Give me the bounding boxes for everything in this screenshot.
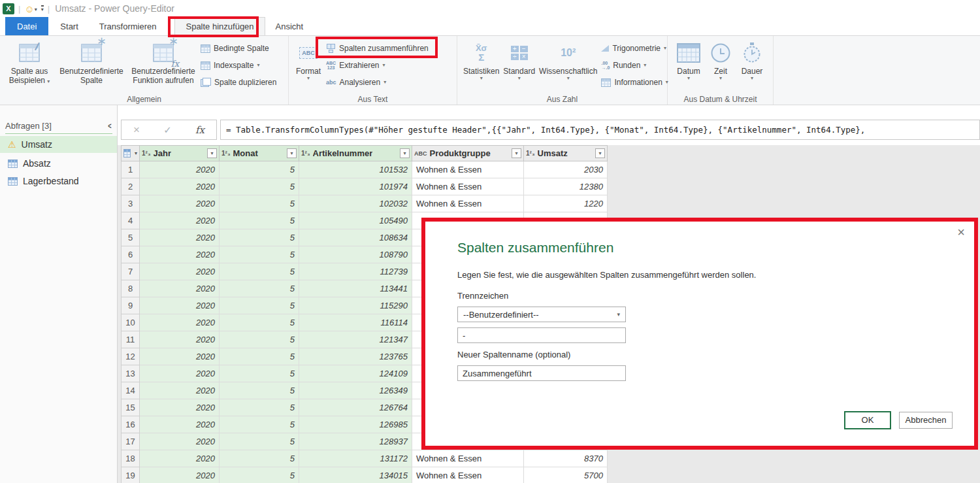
trigonometrie-button[interactable]: Trigonometrie ▾	[599, 40, 670, 57]
cell-artikelnummer[interactable]: 115290	[299, 297, 412, 314]
cell-artikelnummer[interactable]: 116114	[299, 314, 412, 331]
cell-monat[interactable]: 5	[220, 365, 299, 382]
cell-artikelnummer[interactable]: 101974	[299, 178, 412, 195]
cell-artikelnummer[interactable]: 126764	[299, 399, 412, 416]
cancel-button[interactable]: Abbrechen	[899, 412, 953, 429]
row-number[interactable]: 1	[122, 161, 140, 178]
cell-monat[interactable]: 5	[220, 433, 299, 450]
feedback-smiley-icon[interactable]: ☺▾	[24, 4, 37, 14]
cell-artikelnummer[interactable]: 126349	[299, 382, 412, 399]
row-number[interactable]: 10	[122, 314, 140, 331]
cell-artikelnummer[interactable]: 134015	[299, 467, 412, 483]
format-button[interactable]: ABC Format ▾	[293, 38, 324, 82]
row-number[interactable]: 6	[122, 246, 140, 263]
row-number[interactable]: 15	[122, 399, 140, 416]
benutzerdefinierte-spalte-button[interactable]: ∗ Benutzerdefinierte Spalte	[55, 38, 128, 87]
cell-monat[interactable]: 5	[220, 195, 299, 212]
row-number[interactable]: 7	[122, 263, 140, 280]
cell-jahr[interactable]: 2020	[140, 331, 220, 348]
cell-jahr[interactable]: 2020	[140, 263, 220, 280]
select-all-corner[interactable]: ▾	[122, 146, 140, 161]
row-number[interactable]: 8	[122, 280, 140, 297]
cell-monat[interactable]: 5	[220, 178, 299, 195]
cell-jahr[interactable]: 2020	[140, 365, 220, 382]
row-number[interactable]: 17	[122, 433, 140, 450]
cell-artikelnummer[interactable]: 113441	[299, 280, 412, 297]
benutzerdefinierte-funktion-button[interactable]: ∗ fx Benutzerdefinierte Funktion aufrufe…	[128, 38, 199, 87]
filter-button[interactable]: ▾	[400, 148, 410, 158]
cell-jahr[interactable]: 2020	[140, 382, 220, 399]
cell-jahr[interactable]: 2020	[140, 212, 220, 229]
cell-monat[interactable]: 5	[220, 382, 299, 399]
cell-umsatz[interactable]: 5700	[524, 467, 608, 483]
row-number[interactable]: 13	[122, 365, 140, 382]
cell-produktgruppe[interactable]: Wohnen & Essen	[412, 195, 524, 212]
tab-ansicht[interactable]: Ansicht	[265, 17, 314, 35]
cell-artikelnummer[interactable]: 126985	[299, 416, 412, 433]
cell-jahr[interactable]: 2020	[140, 161, 220, 178]
row-number[interactable]: 11	[122, 331, 140, 348]
row-number[interactable]: 2	[122, 178, 140, 195]
row-number[interactable]: 4	[122, 212, 140, 229]
zeit-button[interactable]: Zeit ▾	[706, 38, 736, 82]
column-header-umsatz[interactable]: 1²₃Umsatz▾	[524, 146, 608, 161]
cell-jahr[interactable]: 2020	[140, 178, 220, 195]
spalte-duplizieren-button[interactable]: Spalte duplizieren	[199, 74, 278, 91]
separator-custom-input[interactable]	[457, 327, 626, 343]
cell-produktgruppe[interactable]: Wohnen & Essen	[412, 161, 524, 178]
tab-spalte-hinzufuegen[interactable]: Spalte hinzufügen	[174, 17, 265, 35]
fx-icon[interactable]: fx	[195, 124, 204, 136]
cell-artikelnummer[interactable]: 108634	[299, 229, 412, 246]
filter-button[interactable]: ▾	[595, 148, 605, 158]
ok-button[interactable]: OK	[845, 412, 890, 429]
cell-jahr[interactable]: 2020	[140, 297, 220, 314]
cell-umsatz[interactable]: 2030	[524, 161, 608, 178]
row-number[interactable]: 5	[122, 229, 140, 246]
cell-artikelnummer[interactable]: 105490	[299, 212, 412, 229]
cell-monat[interactable]: 5	[220, 212, 299, 229]
cell-monat[interactable]: 5	[220, 450, 299, 467]
close-icon[interactable]: ×	[957, 225, 965, 239]
cell-jahr[interactable]: 2020	[140, 348, 220, 365]
cell-jahr[interactable]: 2020	[140, 399, 220, 416]
wissenschaftlich-button[interactable]: 10² Wissenschaftlich ▾	[537, 38, 599, 82]
cell-artikelnummer[interactable]: 123765	[299, 348, 412, 365]
cell-jahr[interactable]: 2020	[140, 467, 220, 483]
cell-jahr[interactable]: 2020	[140, 229, 220, 246]
cell-artikelnummer[interactable]: 121347	[299, 331, 412, 348]
commit-formula-icon[interactable]: ✓	[163, 124, 172, 136]
cell-jahr[interactable]: 2020	[140, 195, 220, 212]
sidebar-item-absatz[interactable]: Absatz	[0, 155, 117, 172]
cell-umsatz[interactable]: 8370	[524, 450, 608, 467]
runden-button[interactable]: .00→.0 Runden ▾	[599, 57, 670, 74]
cell-produktgruppe[interactable]: Wohnen & Essen	[412, 467, 524, 483]
separator-select[interactable]: --Benutzerdefiniert-- ▾	[457, 307, 626, 322]
row-number[interactable]: 19	[122, 467, 140, 483]
tab-transformieren[interactable]: Transformieren	[89, 17, 167, 35]
cell-artikelnummer[interactable]: 102032	[299, 195, 412, 212]
extrahieren-button[interactable]: ABC123 Extrahieren ▾	[324, 57, 431, 74]
cell-artikelnummer[interactable]: 101532	[299, 161, 412, 178]
informationen-button[interactable]: Informationen ▾	[599, 74, 670, 91]
column-header-artikelnummer[interactable]: 1²₃Artikelnummer▾	[299, 146, 412, 161]
cell-monat[interactable]: 5	[220, 280, 299, 297]
cell-jahr[interactable]: 2020	[140, 433, 220, 450]
cell-monat[interactable]: 5	[220, 246, 299, 263]
bedingte-spalte-button[interactable]: Bedingte Spalte	[199, 40, 278, 57]
cell-artikelnummer[interactable]: 108790	[299, 246, 412, 263]
spalten-zusammenfuehren-button[interactable]: Spalten zusammenführen	[324, 40, 431, 57]
collapse-sidebar-chevron-icon[interactable]: <	[108, 121, 112, 131]
cell-monat[interactable]: 5	[220, 467, 299, 483]
tab-datei[interactable]: Datei	[5, 17, 48, 35]
cell-umsatz[interactable]: 1220	[524, 195, 608, 212]
cell-monat[interactable]: 5	[220, 263, 299, 280]
row-number[interactable]: 16	[122, 416, 140, 433]
cell-umsatz[interactable]: 12380	[524, 178, 608, 195]
quick-access-toolbar-icon[interactable]: ▾	[41, 5, 44, 12]
cell-jahr[interactable]: 2020	[140, 416, 220, 433]
spalte-aus-beispielen-button[interactable]: / Spalte aus Beispielen ▾	[4, 38, 55, 87]
column-header-produktgruppe[interactable]: ABCProduktgruppe▾	[412, 146, 524, 161]
new-column-name-input[interactable]	[457, 365, 626, 381]
row-number[interactable]: 3	[122, 195, 140, 212]
filter-button[interactable]: ▾	[512, 148, 521, 158]
